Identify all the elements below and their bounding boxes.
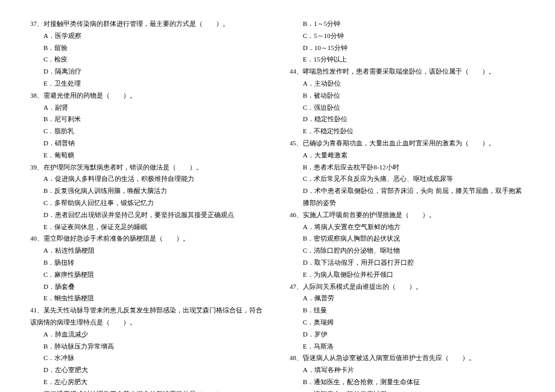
q43-d: D．10～15分钟 xyxy=(290,42,525,54)
q39-a: A．促进病人多料理自己的生活，积极维持自理能力 xyxy=(30,173,265,185)
q45-b: B．患者术后应去枕平卧8-12小时 xyxy=(290,162,525,174)
q41-a: A．肺血流减少 xyxy=(30,329,265,341)
q39-b: B．反复强化病人训练用脑，唤醒大脑活力 xyxy=(30,185,265,197)
q39-c: C．多帮助病人回忆往事，锻炼记忆力 xyxy=(30,197,265,209)
q39-d: D．患者回忆出现错误并坚持己见时，要坚持说服其接受正确观点 xyxy=(30,209,265,221)
q40-b: B．肠扭转 xyxy=(30,257,265,269)
q47-b: B．纽曼 xyxy=(290,305,525,317)
q43-c: C．5～10分钟 xyxy=(290,30,525,42)
q41-b: B．肺动脉压力异常增高 xyxy=(30,341,265,353)
q38-c: C．脂肪乳 xyxy=(30,125,265,138)
q47-d: D．罗伊 xyxy=(290,329,525,341)
q40-e: E．蛔虫性肠梗阻 xyxy=(30,292,265,305)
q47-a: A．佩普劳 xyxy=(290,292,525,305)
q44-stem: 44、哮喘急性发作时，患者需要采取端坐卧位，该卧位属于（ ）。 xyxy=(290,66,525,78)
q45-stem: 45、已确诊为青春期功血，大量出血止血时宜采用的激素为（ ）。 xyxy=(290,138,525,150)
q46-d: D．取下活动假牙，用开口器打开口腔 xyxy=(290,257,525,269)
q46-c: C．清除口腔内的分泌物、呕吐物 xyxy=(290,245,525,257)
q40-a: A．粘连性肠梗阻 xyxy=(30,245,265,257)
q41-e: E．左心房肥大 xyxy=(30,376,265,388)
q43-e: E．15分钟以上 xyxy=(290,54,525,66)
q39-stem: 39、在护理阿尔茨海默病患者时，错误的做法是（ ）。 xyxy=(30,162,265,174)
q37-c: C．检疫 xyxy=(30,54,265,66)
q43-b: B．1～5分钟 xyxy=(290,18,525,30)
q38-b: B．尼可刹米 xyxy=(30,113,265,125)
q42-stem: 42、罗伊适应模式对护理学四个基本概念的阐述正确的是（ ）。 xyxy=(30,388,265,392)
q48-a: A．填写各种卡片 xyxy=(290,364,525,376)
q37-b: B．留验 xyxy=(30,42,265,54)
q45-d: D．术中患者采取侧卧位，背部齐床沿，头向 前屈，膝关节屈曲，双手抱紧膝部的姿势 xyxy=(290,185,525,209)
q48-stem: 48、昏迷病人从急诊室被送入病室后值班护士首先应（ ）。 xyxy=(290,352,525,364)
q44-e: E．不稳定性卧位 xyxy=(290,125,525,138)
q37-e: E．卫生处理 xyxy=(30,78,265,90)
q47-c: C．奥瑞姆 xyxy=(290,317,525,329)
q45-a: A．大量雌激素 xyxy=(290,150,525,162)
left-column: 37、对接触甲类传染病的群体进行管理，最主要的方式是（ ）。 A．医学观察 B．… xyxy=(30,18,265,392)
q46-e: E．为病人取侧卧位并松开领口 xyxy=(290,269,525,281)
q44-c: C．强迫卧位 xyxy=(290,102,525,114)
two-column-layout: 37、对接触甲类传染病的群体进行管理，最主要的方式是（ ）。 A．医学观察 B．… xyxy=(30,18,525,392)
q37-stem: 37、对接触甲类传染病的群体进行管理，最主要的方式是（ ）。 xyxy=(30,18,265,30)
q37-d: D．隔离治疗 xyxy=(30,66,265,78)
q41-stem: 41、某先天性动脉导管未闭患儿反复发生肺部感染，出现艾森门格综合征，符合该病情的… xyxy=(30,305,265,329)
q45-c: C．术后常见不良反应为头痛、恶心、呕吐或底尿等 xyxy=(290,173,525,185)
q38-d: D．硝普钠 xyxy=(30,138,265,150)
q38-stem: 38、需避光使用的药物是（ ）。 xyxy=(30,90,265,102)
q37-a: A．医学观察 xyxy=(30,30,265,42)
q48-b: B．通知医生，配合抢救，测量生命体征 xyxy=(290,376,525,388)
q39-e: E．保证夜间休息，保证充足的睡眠 xyxy=(30,221,265,233)
q48-c: C．询问病史，评估发病过程 xyxy=(290,388,525,392)
q40-stem: 40、需立即做好急诊手术前准备的肠梗阻是（ ）。 xyxy=(30,233,265,245)
q40-c: C．麻痹性肠梗阻 xyxy=(30,269,265,281)
q41-d: D．左心室肥大 xyxy=(30,364,265,376)
q47-stem: 47、人际间关系模式是由谁提出的（ ）。 xyxy=(290,281,525,293)
q44-b: B．被动卧位 xyxy=(290,90,525,102)
q38-a: A．副肾 xyxy=(30,102,265,114)
q46-b: B．密切观察病人胸部的起伏状况 xyxy=(290,233,525,245)
q44-a: A．主动卧位 xyxy=(290,78,525,90)
q41-c: C．水冲脉 xyxy=(30,352,265,364)
q38-e: E．葡萄糖 xyxy=(30,150,265,162)
right-column: B．1～5分钟 C．5～10分钟 D．10～15分钟 E．15分钟以上 44、哮… xyxy=(290,18,525,392)
q46-a: A．将病人安置在空气新鲜的地方 xyxy=(290,221,525,233)
q47-e: E．马斯洛 xyxy=(290,341,525,353)
q46-stem: 46、实施人工呼吸前首要的护理措施是（ ）。 xyxy=(290,209,525,221)
q40-d: D．肠套叠 xyxy=(30,281,265,293)
q44-d: D．稳定性卧位 xyxy=(290,113,525,125)
